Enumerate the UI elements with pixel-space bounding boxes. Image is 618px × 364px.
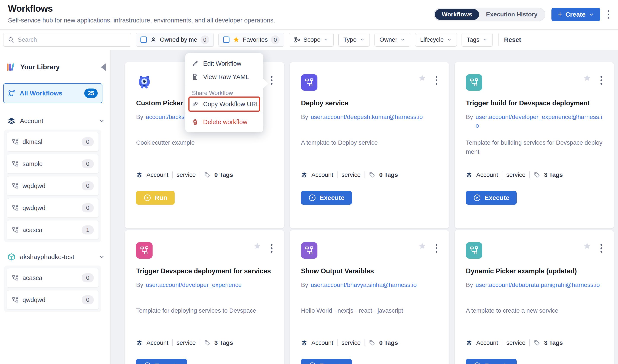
workflow-title: Trigger Devspace deployment for services [136, 267, 273, 275]
flowchart-icon [301, 242, 317, 259]
tab-execution-history[interactable]: Execution History [479, 9, 544, 20]
scope-label: Account [476, 339, 498, 346]
sidebar-item-acasca-2[interactable]: acasca 0 [7, 268, 99, 287]
workflow-author-line: By user:account/debabrata.panigrahi@harn… [466, 281, 604, 289]
scope-label: Account [476, 171, 498, 178]
favorite-star-icon[interactable] [418, 74, 426, 82]
scope-filter-dropdown[interactable]: Scope [289, 33, 334, 47]
card-kebab-menu[interactable] [269, 243, 274, 254]
divider [502, 171, 502, 178]
menu-item-label: Delete workflow [203, 118, 247, 126]
create-button-label: Create [565, 11, 586, 18]
author-link[interactable]: user:account/developer_experience [146, 281, 242, 289]
execute-button[interactable]: Execute [136, 359, 187, 364]
execute-button[interactable]: Execute [466, 359, 517, 364]
item-count-badge: 0 [82, 273, 94, 282]
card-kebab-menu[interactable] [269, 75, 274, 86]
create-button[interactable]: + Create [551, 8, 600, 21]
tags-label: 0 Tags [379, 339, 398, 346]
tab-workflows[interactable]: Workflows [435, 9, 479, 20]
workflow-meta: Account service 3 Tags [136, 339, 276, 346]
item-count-badge: 0 [82, 137, 94, 146]
group-name: Account [20, 117, 43, 125]
run-button[interactable]: Run [136, 191, 175, 205]
workflow-author-line: By user:account/developer_experience [136, 281, 274, 289]
sidebar-collapse-arrow-icon[interactable] [101, 64, 106, 71]
header-kebab-menu[interactable] [606, 9, 611, 20]
sidebar-group-account[interactable]: Account [7, 115, 105, 127]
execute-button[interactable]: Execute [301, 359, 352, 364]
favorite-star-icon[interactable] [254, 242, 261, 250]
chevron-down-icon[interactable] [99, 254, 105, 260]
workflow-description: A template to Deploy service [301, 138, 438, 147]
sidebar-group-akshayphadke-test[interactable]: akshayphadke-test [7, 251, 105, 263]
sidebar-item-sample[interactable]: sample 0 [7, 154, 99, 174]
view-toggle: Workflows Execution History [434, 8, 545, 21]
menu-item-edit-workflow[interactable]: Edit Workflow [185, 57, 263, 70]
lifecycle-filter-dropdown[interactable]: Lifecycle [415, 33, 457, 47]
sidebar-item-acasca[interactable]: acasca 1 [7, 220, 99, 240]
author-link[interactable]: user:account/debabrata.panigrahi@harness… [476, 281, 600, 289]
favorite-star-icon[interactable] [583, 242, 591, 250]
tag-icon [369, 340, 375, 346]
search-icon [8, 37, 14, 43]
type-filter-dropdown[interactable]: Type [338, 33, 370, 47]
sitemap-icon [12, 160, 19, 167]
workflow-title: Deploy service [301, 99, 438, 107]
divider [529, 339, 530, 346]
author-link[interactable]: account/backs [146, 113, 185, 121]
workflow-author-line: By user:account/bhavya.sinha@harness.io [301, 281, 439, 289]
card-kebab-menu[interactable] [599, 75, 604, 86]
favorites-checkbox[interactable] [223, 37, 229, 43]
author-link[interactable]: user:account/bhavya.sinha@harness.io [311, 281, 417, 289]
sitemap-icon [12, 297, 19, 303]
workflow-context-menu: Edit Workflow View Raw YAML Share Workfl… [185, 53, 263, 132]
sitemap-icon [12, 226, 19, 233]
card-kebab-menu[interactable] [434, 75, 439, 86]
run-button-label: Run [155, 194, 167, 201]
sidebar-item-qwdqwd-2[interactable]: qwdqwd 0 [7, 290, 99, 310]
sidebar-item-all-workflows[interactable]: All Workflows 25 [3, 83, 102, 103]
sidebar-item-qwdqwd[interactable]: qwdqwd 0 [7, 198, 99, 218]
card-kebab-menu[interactable] [599, 243, 604, 254]
item-count-badge: 0 [82, 203, 94, 212]
sidebar-item-dkmasl[interactable]: dkmasl 0 [7, 132, 99, 152]
workflow-author-line: By user:account/developer_experience@har… [466, 113, 604, 130]
reset-filters-button[interactable]: Reset [504, 36, 521, 43]
owned-by-me-checkbox[interactable] [140, 37, 147, 43]
all-workflows-count-badge: 25 [84, 89, 98, 98]
workflow-card: Trigger Devspace deployment for services… [125, 230, 284, 364]
workflow-meta: Account service 0 Tags [301, 171, 441, 178]
sidebar-item-label: qwdqwd [23, 297, 45, 304]
menu-item-delete-workflow[interactable]: Delete workflow [185, 115, 263, 129]
tags-label: 3 Tags [544, 171, 563, 178]
owner-filter-label: Owner [379, 36, 397, 43]
menu-item-copy-workflow-url[interactable]: Copy Workflow URL [185, 97, 263, 111]
favorites-label: Favorites [243, 36, 268, 43]
execute-button[interactable]: Execute [466, 191, 517, 205]
divider [172, 171, 173, 178]
tags-filter-dropdown[interactable]: Tags [462, 33, 492, 47]
execute-button-label: Execute [484, 194, 509, 201]
workflow-description: Template for building services for Devsp… [466, 138, 603, 156]
menu-item-view-raw-yaml[interactable]: View Raw YAML [185, 70, 263, 84]
play-icon [473, 194, 481, 202]
favorites-filter[interactable]: Favorites 0 [218, 33, 284, 47]
sidebar-item-wqdqwd[interactable]: wqdqwd 0 [7, 176, 99, 195]
card-kebab-menu[interactable] [434, 243, 439, 254]
chevron-down-icon[interactable] [99, 118, 105, 124]
execute-button[interactable]: Execute [301, 191, 352, 205]
execute-button-label: Execute [155, 362, 180, 364]
scope-filter-label: Scope [303, 36, 321, 43]
sitemap-icon [12, 274, 19, 281]
owned-by-me-filter[interactable]: Owned by me 0 [136, 33, 214, 47]
owner-filter-dropdown[interactable]: Owner [375, 33, 410, 47]
author-link[interactable]: user:account/developer_experience@harnes… [476, 113, 604, 130]
author-link[interactable]: user:account/deepesh.kumar@harness.io [311, 113, 423, 121]
divider [502, 339, 502, 346]
favorite-star-icon[interactable] [583, 74, 591, 82]
favorite-star-icon[interactable] [418, 242, 426, 250]
item-count-badge: 0 [82, 181, 94, 190]
workflow-meta: Account service 3 Tags [466, 339, 606, 346]
search-input[interactable] [18, 36, 127, 43]
